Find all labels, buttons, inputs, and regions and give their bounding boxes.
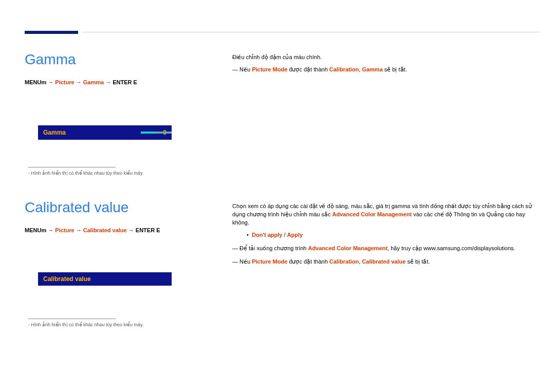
calibrated-options: • Don't apply / Apply (247, 231, 540, 239)
note-keyword: Calibration (329, 66, 359, 72)
desc-keyword: Advanced Color Management (332, 211, 412, 217)
bc-sep: → (76, 227, 83, 233)
note-keyword: Gamma (362, 66, 382, 72)
footnote-rule (28, 167, 116, 167)
calibrated-setting-label: Calibrated value (43, 275, 91, 283)
bc-sep: → (48, 227, 55, 233)
bc-keyword: Calibrated value (83, 227, 127, 233)
footnote-rule (28, 319, 116, 319)
note-keyword: Picture Mode (252, 66, 287, 72)
note-text: sẽ bị tắt. (405, 258, 430, 265)
gamma-description: Điều chỉnh độ đậm của màu chính. (232, 53, 540, 62)
note-text: ― Để tải xuống chương trình (232, 245, 308, 251)
bc-text: m (41, 227, 46, 233)
calibrated-setting-row[interactable]: Calibrated value (38, 272, 172, 286)
gamma-footnote: - Hình ảnh hiển thị có thể khác nhau tùy… (28, 167, 143, 176)
bc-keyword: Picture (55, 79, 74, 85)
gamma-slider[interactable] (141, 132, 172, 134)
bc-text: → ENTER E (105, 79, 137, 85)
gamma-note: ― Nếu Picture Mode được đặt thành Calibr… (232, 66, 540, 74)
gamma-right-column: Điều chỉnh độ đậm của màu chính. ― Nếu P… (232, 53, 540, 74)
option-sep: / (282, 232, 287, 238)
header-divider (82, 32, 540, 32)
bc-keyword: Picture (55, 227, 74, 233)
option-keyword: Don't apply (252, 232, 282, 238)
note-text: , hãy truy cập www.samsung.com/displayso… (387, 245, 515, 251)
gamma-heading: Gamma (25, 51, 220, 68)
slider-fill (141, 132, 155, 134)
bc-text: MENU (25, 79, 41, 85)
calibrated-heading: Calibrated value (25, 199, 220, 216)
bc-text: m (41, 79, 46, 85)
gamma-setting-label: Gamma (43, 129, 66, 136)
calibrated-left-column: Calibrated value MENUm → Picture → Calib… (25, 199, 220, 233)
footnote-text: Hình ảnh hiển thị có thể khác nhau tùy t… (30, 322, 143, 327)
calibrated-breadcrumb: MENUm → Picture → Calibrated value → ENT… (25, 227, 220, 233)
note-keyword: Calibration (329, 258, 359, 265)
bc-text: → ENTER E (128, 227, 160, 233)
note-text: ― Nếu (232, 66, 252, 72)
gamma-setting-row[interactable]: Gamma 0 (38, 125, 172, 140)
note-text: được đặt thành (287, 66, 329, 72)
bc-sep: → (76, 79, 83, 85)
calibrated-download-note: ― Để tải xuống chương trình Advanced Col… (232, 245, 540, 253)
calibrated-description: Chọn xem có áp dụng các cài đặt về độ sá… (232, 202, 540, 227)
gamma-left-column: Gamma MENUm → Picture → Gamma → ENTER E (25, 51, 220, 85)
note-keyword: Picture Mode (252, 258, 287, 265)
bc-text: MENU (25, 227, 41, 233)
bc-sep: → (48, 79, 55, 85)
header-accent-bar (25, 31, 78, 34)
calibrated-footnote: - Hình ảnh hiển thị có thể khác nhau tùy… (28, 319, 143, 327)
gamma-breadcrumb: MENUm → Picture → Gamma → ENTER E (25, 79, 220, 85)
calibrated-right-column: Chọn xem có áp dụng các cài đặt về độ sá… (232, 202, 540, 266)
option-keyword: Apply (287, 232, 303, 238)
note-text: sẽ bị tắt. (383, 66, 407, 72)
note-keyword: Calibrated value (362, 258, 405, 265)
bullet-dot: • (247, 232, 252, 238)
note-keyword: Advanced Color Management (308, 245, 388, 251)
note-text: được đặt thành (287, 258, 329, 265)
bc-keyword: Gamma (83, 79, 104, 85)
calibrated-disabled-note: ― Nếu Picture Mode được đặt thành Calibr… (232, 258, 540, 266)
note-text: ― Nếu (232, 258, 252, 265)
footnote-text: Hình ảnh hiển thị có thể khác nhau tùy t… (30, 171, 143, 176)
